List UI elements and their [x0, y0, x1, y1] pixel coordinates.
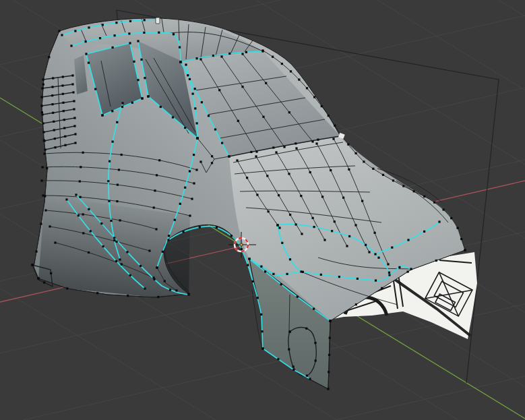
mesh-vertex[interactable] [257, 297, 259, 299]
mesh-vertex[interactable] [61, 84, 63, 86]
mesh-vertex[interactable] [74, 30, 76, 32]
mesh-vertex[interactable] [94, 88, 96, 90]
mesh-vertex[interactable] [276, 224, 278, 226]
mesh-vertex[interactable] [115, 260, 117, 262]
mesh-vertex[interactable] [63, 119, 65, 121]
mesh-vertex[interactable] [196, 122, 198, 124]
mesh-vertex[interactable] [199, 226, 201, 228]
mesh-vertex[interactable] [160, 106, 162, 108]
mesh-vertex[interactable] [354, 224, 357, 226]
mesh-vertex[interactable] [99, 37, 101, 39]
mesh-vertex[interactable] [88, 251, 90, 253]
mesh-vertex[interactable] [140, 59, 142, 61]
mesh-vertex[interactable] [255, 150, 257, 152]
mesh-vertex[interactable] [230, 235, 233, 237]
mesh-vertex[interactable] [272, 273, 274, 275]
mesh-vertex[interactable] [289, 214, 291, 216]
mesh-vertex[interactable] [407, 271, 409, 273]
mesh-vertex[interactable] [327, 388, 329, 390]
mesh-vertex[interactable] [43, 140, 45, 142]
mesh-vertex[interactable] [158, 159, 160, 161]
mesh-vertex[interactable] [158, 32, 160, 34]
mesh-vertex[interactable] [54, 241, 56, 243]
mesh-vertex[interactable] [192, 93, 194, 95]
mesh-vertex[interactable] [51, 103, 53, 105]
mesh-vertex[interactable] [52, 77, 54, 79]
mesh-vertex[interactable] [196, 57, 198, 59]
mesh-vertex[interactable] [41, 113, 43, 115]
mesh-vertex[interactable] [247, 264, 249, 266]
mesh-vertex[interactable] [71, 83, 73, 85]
mesh-vertex[interactable] [184, 127, 186, 129]
mesh-vertex[interactable] [237, 120, 239, 122]
mesh-vertex[interactable] [334, 125, 336, 127]
mesh-vertex[interactable] [168, 235, 170, 237]
mesh-vertex[interactable] [201, 101, 203, 103]
mesh-vertex[interactable] [66, 287, 68, 289]
mesh-vertex[interactable] [73, 125, 75, 127]
mesh-vertex[interactable] [137, 79, 139, 81]
mesh-vertex[interactable] [391, 247, 393, 249]
mesh-vertex[interactable] [82, 232, 84, 234]
mesh-vertex[interactable] [433, 202, 435, 204]
mesh-vertex[interactable] [328, 371, 330, 373]
mesh-vertex[interactable] [298, 79, 300, 81]
mesh-vertex[interactable] [315, 359, 317, 361]
mesh-vertex[interactable] [355, 152, 357, 154]
mesh-vertex[interactable] [260, 313, 262, 316]
mesh-vertex[interactable] [41, 111, 43, 113]
mesh-vertex[interactable] [228, 53, 230, 55]
mesh-vertex[interactable] [413, 190, 415, 192]
mesh-vertex[interactable] [115, 241, 117, 243]
mesh-vertex[interactable] [101, 114, 103, 116]
mesh-vertex[interactable] [167, 239, 169, 241]
mesh-vertex[interactable] [236, 159, 238, 161]
mesh-vertex[interactable] [288, 330, 290, 332]
mesh-vertex[interactable] [169, 289, 171, 291]
mesh-vertex[interactable] [241, 53, 243, 55]
mesh-vertex[interactable] [302, 271, 304, 273]
mesh-vertex[interactable] [189, 170, 191, 172]
mesh-vertex[interactable] [460, 238, 462, 240]
mesh-vertex[interactable] [42, 84, 44, 86]
mesh-vertex[interactable] [51, 94, 53, 96]
mesh-vertex[interactable] [297, 296, 299, 298]
mesh-vertex[interactable] [153, 206, 155, 208]
mesh-vertex[interactable] [193, 154, 195, 156]
mesh-vertex[interactable] [43, 282, 45, 284]
mesh-vertex[interactable] [42, 131, 44, 133]
mesh-vertex[interactable] [365, 244, 367, 246]
mesh-vertex[interactable] [329, 337, 331, 339]
mesh-vertex[interactable] [108, 200, 110, 202]
mesh-vertex[interactable] [154, 278, 156, 280]
mesh-vertex[interactable] [280, 283, 282, 285]
mesh-vertex[interactable] [347, 144, 349, 146]
mesh-vertex[interactable] [82, 213, 84, 215]
mesh-vertex[interactable] [40, 96, 42, 98]
mesh-vertex[interactable] [174, 219, 176, 221]
mesh-vertex[interactable] [154, 189, 156, 191]
mesh-vertex[interactable] [464, 249, 466, 251]
mesh-vertex[interactable] [245, 51, 247, 53]
mesh-vertex[interactable] [179, 203, 181, 205]
mesh-vertex[interactable] [295, 147, 297, 149]
mesh-vertex[interactable] [141, 97, 143, 99]
mesh-vertex[interactable] [74, 133, 76, 135]
mesh-vertex[interactable] [54, 146, 56, 148]
mesh-vertex[interactable] [117, 184, 119, 186]
mesh-vertex[interactable] [41, 87, 43, 89]
mesh-vertex[interactable] [41, 166, 43, 168]
mesh-vertex[interactable] [40, 179, 42, 181]
viewport-canvas[interactable] [0, 0, 525, 420]
mesh-vertex[interactable] [119, 258, 121, 260]
mesh-vertex[interactable] [64, 136, 66, 138]
mesh-vertex[interactable] [248, 258, 250, 260]
mesh-vertex[interactable] [313, 308, 315, 310]
mesh-vertex[interactable] [320, 274, 322, 276]
mesh-vertex[interactable] [387, 263, 389, 265]
mesh-vertex[interactable] [334, 220, 336, 222]
mesh-vertex[interactable] [50, 272, 52, 274]
mesh-vertex[interactable] [212, 55, 214, 57]
mesh-vertex[interactable] [312, 217, 314, 219]
mesh-vertex[interactable] [265, 82, 267, 84]
